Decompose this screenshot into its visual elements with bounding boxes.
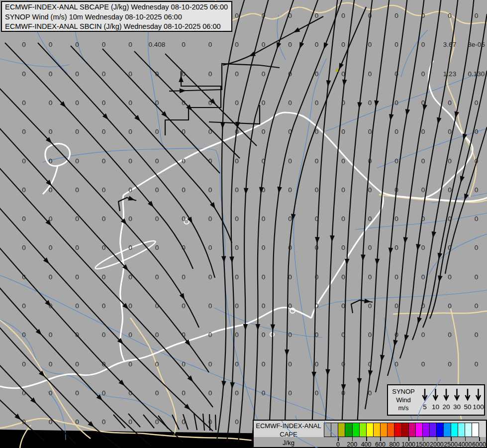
cape-tick	[366, 437, 367, 441]
station-value: 0	[262, 215, 266, 223]
cape-tick	[408, 437, 409, 441]
cape-legend-title-line: CAPE	[254, 430, 323, 439]
station-value: 0	[128, 99, 132, 107]
station-value: 0	[341, 360, 345, 368]
station-value: 0	[102, 99, 106, 107]
cape-color-swatch	[465, 423, 472, 437]
station-value: 0	[448, 273, 452, 281]
station-value: 0	[421, 360, 425, 368]
station-value: 0	[341, 302, 345, 310]
station-value: 0	[315, 128, 319, 135]
station-value: 0	[155, 389, 159, 397]
station-value: 0	[368, 70, 372, 78]
station-value: 0	[288, 360, 292, 368]
station-value: 0	[394, 70, 398, 78]
station-value: 0	[315, 12, 319, 19]
station-value: 0	[155, 70, 159, 78]
cape-color-swatch	[437, 423, 444, 437]
station-value: 0	[182, 331, 186, 338]
station-value: 0	[208, 99, 212, 107]
station-value: 0	[475, 273, 479, 281]
cape-color-swatch	[416, 423, 423, 437]
station-value: 0	[182, 186, 186, 194]
station-value: 0	[102, 389, 106, 397]
station-value: 0	[102, 273, 106, 281]
station-value: 0	[208, 418, 212, 426]
station-value: 0	[22, 41, 26, 48]
station-value: 0	[368, 12, 372, 19]
station-value: 0	[182, 244, 186, 251]
station-value: 0	[235, 70, 239, 78]
cape-color-swatch	[409, 423, 416, 437]
wind-legend: SYNOP Wind m/s 510203050100	[387, 384, 485, 416]
station-value: 0	[49, 157, 53, 165]
down-arrow-icon	[476, 389, 481, 400]
station-value: 0	[288, 215, 292, 223]
cape-color-swatch	[444, 423, 451, 437]
station-value: 0	[341, 331, 345, 338]
cape-color-swatch	[472, 423, 479, 437]
cape-tick-label: 800	[389, 441, 399, 448]
cape-tick-label: 2000	[430, 441, 444, 448]
station-value: 0	[75, 215, 79, 223]
station-value: 0	[262, 12, 266, 19]
station-value: 0	[22, 70, 26, 78]
down-arrow-icon	[466, 389, 470, 400]
station-value: 0	[49, 186, 53, 194]
station-value: 0	[22, 244, 26, 251]
station-value: 0	[208, 389, 212, 397]
station-value: 0	[22, 389, 26, 397]
station-value: 0	[22, 331, 26, 338]
station-value: 0	[315, 273, 319, 281]
station-value: 0	[208, 302, 212, 310]
station-value: 0	[475, 215, 479, 223]
station-value: 0	[262, 70, 266, 78]
station-value: 0	[128, 273, 132, 281]
cape-color-swatch	[367, 423, 374, 437]
station-value: 0	[102, 302, 106, 310]
station-value: 0	[368, 41, 372, 48]
station-value: 0	[128, 360, 132, 368]
cape-legend-title: ECMWF-INDEX-ANAL CAPE J/kg	[254, 422, 323, 447]
station-value: 0	[262, 128, 266, 135]
station-value: 0	[128, 302, 132, 310]
station-value: 0	[128, 41, 132, 48]
station-value: 0	[262, 99, 266, 107]
station-value: 0	[262, 244, 266, 251]
station-value: 0	[448, 244, 452, 251]
station-value: 0	[315, 41, 319, 48]
station-value: 0	[475, 128, 479, 135]
station-value: 0	[102, 128, 106, 135]
station-value: 0	[288, 128, 292, 135]
station-value: 0	[155, 360, 159, 368]
station-value: 0	[128, 128, 132, 135]
station-value: 0	[394, 360, 398, 368]
station-value: 0	[475, 302, 479, 310]
station-value: 0	[315, 99, 319, 107]
station-value: 0	[475, 331, 479, 338]
station-value: 0	[102, 70, 106, 78]
title-line-wind: SYNOP Wind (m/s) 10m Wednesday 08-10-202…	[5, 12, 231, 22]
station-value: 0	[155, 186, 159, 194]
station-value: 0	[394, 12, 398, 19]
station-value: 0	[128, 215, 132, 223]
cape-tick	[380, 437, 381, 441]
cape-color-swatch	[381, 423, 388, 437]
station-value: 0	[102, 157, 106, 165]
cape-tick	[479, 437, 480, 441]
station-value: 0	[49, 70, 53, 78]
wind-legend-title-line: Wind	[388, 396, 419, 405]
station-value: 0	[182, 418, 186, 426]
station-value: 0	[288, 41, 292, 48]
station-value: 0	[75, 360, 79, 368]
station-value: 0	[128, 186, 132, 194]
station-value: 0	[128, 157, 132, 165]
station-value: 0	[208, 244, 212, 251]
station-value: 0	[394, 302, 398, 310]
cape-color-swatch	[338, 423, 345, 437]
station-value: 0	[208, 360, 212, 368]
station-value: 0	[368, 99, 372, 107]
station-value: 0	[394, 273, 398, 281]
station-value: 0	[288, 273, 292, 281]
station-value: 3.67	[443, 41, 456, 48]
